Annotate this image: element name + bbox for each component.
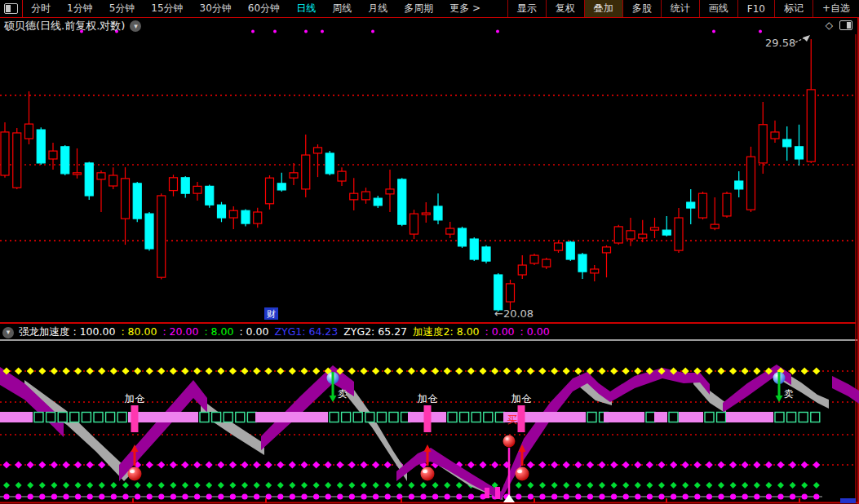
magenta-diamond [182, 462, 189, 469]
period-tab[interactable]: 1分钟 [59, 0, 101, 17]
bottom-dot [373, 493, 379, 499]
bottom-dot [611, 493, 617, 499]
period-tab[interactable]: 更多 > [441, 0, 489, 17]
candle-body [133, 183, 141, 219]
yellow-diamond [301, 368, 308, 375]
event-dot [273, 30, 277, 33]
green-diamond [718, 482, 724, 489]
action-button[interactable]: 多股 [622, 0, 661, 17]
magenta-diamond [51, 462, 58, 469]
collapse-chevron-icon[interactable]: ▾ [130, 20, 141, 32]
bar-box [34, 413, 43, 422]
bottom-dot [730, 493, 736, 499]
green-diamond [587, 482, 593, 489]
action-button[interactable]: 画线 [699, 0, 737, 17]
candle-body [494, 275, 503, 310]
event-dot [321, 30, 324, 33]
yellow-diamond [229, 368, 237, 375]
jiacang-label: 加仓 [125, 392, 146, 405]
green-diamond [420, 482, 427, 489]
green-diamond [671, 482, 677, 489]
yellow-diamond [384, 368, 392, 375]
period-tab[interactable]: 日线 [288, 0, 324, 17]
candle-body [482, 247, 490, 261]
indicator-collapse-chevron-icon[interactable]: ▾ [2, 327, 14, 338]
action-button[interactable]: 显示 [507, 0, 546, 17]
bar-box [472, 413, 480, 422]
period-tab[interactable]: 分时 [23, 0, 59, 17]
bar-box [717, 413, 726, 422]
magenta-diamond [253, 462, 260, 469]
panel-toggle-icon[interactable] [839, 20, 852, 30]
yellow-diamond [610, 368, 618, 375]
period-tab[interactable]: 多周期 [396, 0, 441, 17]
magenta-diamond [170, 462, 177, 469]
action-button[interactable]: 统计 [661, 0, 699, 17]
green-diamond [516, 482, 522, 489]
period-tab[interactable]: 30分钟 [192, 0, 240, 17]
candle-body [277, 183, 286, 190]
bottom-dot [170, 493, 176, 499]
bar-box [484, 413, 493, 422]
yellow-diamond [718, 368, 725, 375]
candle-body [362, 192, 370, 200]
trading-app-window: 分时1分钟5分钟15分钟30分钟60分钟日线周线月线多周期更多 > 显示复权叠加… [0, 0, 859, 504]
candle-body [25, 124, 33, 139]
layout-panel-icon[interactable] [4, 3, 18, 14]
bar-box [353, 413, 362, 422]
action-button[interactable]: 标记 [774, 0, 813, 17]
magenta-diamond [98, 462, 105, 469]
buy-ball-highlight [130, 470, 135, 473]
action-button[interactable]: 叠加 [584, 0, 622, 17]
bar-box [224, 413, 232, 422]
green-diamond [218, 482, 224, 489]
chart-canvas[interactable]: 29.58←20.08财加仓加仓加仓卖卖买 [0, 0, 859, 504]
bottom-dot [813, 493, 819, 499]
action-button[interactable]: F10 [737, 0, 774, 17]
magenta-diamond [539, 462, 547, 469]
green-diamond [408, 482, 414, 489]
period-tab[interactable]: 5分钟 [101, 0, 144, 17]
magenta-diamond [634, 462, 641, 469]
candle-body [314, 148, 322, 153]
green-diamond [396, 482, 403, 489]
candle-body [591, 269, 599, 273]
indicator-value: : 80.00 [121, 325, 157, 339]
candle-body [662, 230, 671, 235]
period-tab[interactable]: 60分钟 [240, 0, 288, 17]
jiacang-bar [131, 405, 139, 432]
yellow-diamond [801, 368, 808, 375]
jiacang-label: 加仓 [511, 392, 533, 405]
yellow-diamond [551, 368, 558, 375]
period-tab[interactable]: 15分钟 [143, 0, 191, 17]
bottom-dot [111, 493, 117, 499]
green-diamond [456, 482, 463, 489]
magenta-diamond [706, 462, 713, 469]
yellow-diamond [420, 368, 427, 375]
magenta-diamond [467, 462, 475, 469]
bottom-dot [277, 493, 283, 499]
yellow-diamond [563, 368, 570, 375]
green-diamond [51, 482, 57, 489]
candle-body [145, 214, 153, 249]
green-diamond [39, 482, 46, 489]
period-tab[interactable]: 月线 [360, 0, 396, 17]
yellow-diamond [241, 368, 249, 375]
yellow-diamond [515, 368, 522, 375]
yellow-diamond [157, 368, 165, 375]
green-diamond [99, 482, 105, 489]
diamond-icon[interactable]: ◇ [826, 20, 833, 31]
magenta-diamond [789, 462, 796, 469]
yellow-diamond [27, 368, 34, 375]
yellow-diamond [480, 368, 487, 375]
event-dot [496, 30, 499, 33]
bar-box [247, 413, 256, 422]
green-diamond [361, 482, 367, 489]
magenta-diamond [157, 462, 165, 469]
action-button[interactable]: +自选 [813, 0, 859, 17]
action-button[interactable]: 复权 [546, 0, 584, 17]
period-tab[interactable]: 周线 [324, 0, 360, 17]
green-diamond [706, 482, 712, 489]
event-dot [304, 30, 308, 33]
bottom-dot [313, 493, 319, 499]
